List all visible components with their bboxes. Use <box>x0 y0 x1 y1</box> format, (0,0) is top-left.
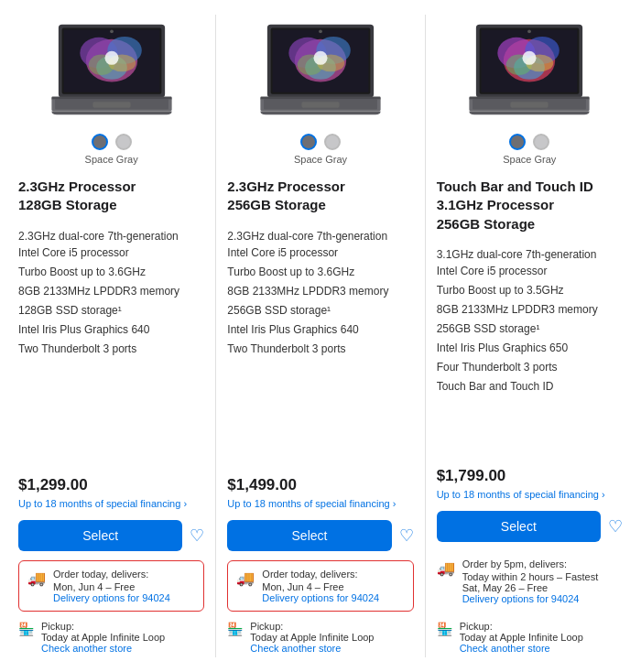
svg-rect-29 <box>260 97 380 100</box>
financing-link[interactable]: Up to 18 months of special financing › <box>227 498 413 509</box>
delivery-link[interactable]: Delivery options for 94024 <box>462 593 599 604</box>
spec-item: Intel Iris Plus Graphics 640 <box>227 321 413 338</box>
delivery-icon: 🚚 <box>236 569 255 603</box>
product-title: Touch Bar and Touch ID3.1GHz Processor25… <box>437 178 623 233</box>
product-title: 2.3GHz Processor128GB Storage <box>18 178 204 215</box>
laptop-image <box>227 15 413 125</box>
pickup-location: Today at Apple Infinite Loop <box>41 632 165 643</box>
delivery-label: Order today, delivers: <box>53 569 170 580</box>
pickup-box: 🏪 Pickup: Today at Apple Infinite Loop C… <box>18 621 204 654</box>
color-space-gray[interactable] <box>92 134 108 150</box>
spec-item: Touch Bar and Touch ID <box>437 378 623 395</box>
select-button[interactable]: Select <box>437 511 601 542</box>
delivery-box: 🚚 Order today, delivers: Mon, Jun 4 – Fr… <box>227 560 413 612</box>
product-title: 2.3GHz Processor256GB Storage <box>227 178 413 215</box>
color-label: Space Gray <box>437 154 623 165</box>
select-row: Select ♡ <box>18 520 204 551</box>
spec-item: Two Thunderbolt 3 ports <box>18 341 204 357</box>
product-col-1: Space Gray 2.3GHz Processor128GB Storage… <box>7 15 216 657</box>
product-comparison: Space Gray 2.3GHz Processor128GB Storage… <box>0 0 641 672</box>
delivery-label: Order by 5pm, delivers: <box>462 558 599 569</box>
pickup-link[interactable]: Check another store <box>41 643 165 654</box>
wishlist-icon[interactable]: ♡ <box>608 516 623 537</box>
delivery-box: 🚚 Order today, delivers: Mon, Jun 4 – Fr… <box>18 560 204 612</box>
pickup-icon: 🏪 <box>18 622 34 654</box>
delivery-text: Order by 5pm, delivers: Today within 2 h… <box>462 558 599 604</box>
pickup-icon: 🏪 <box>227 622 243 654</box>
color-label: Space Gray <box>18 154 204 165</box>
pickup-label: Pickup: <box>41 621 165 632</box>
svg-point-39 <box>523 51 537 65</box>
svg-rect-28 <box>301 102 339 108</box>
specs-list: 2.3GHz dual-core 7th-generationIntel Cor… <box>227 228 413 464</box>
select-row: Select ♡ <box>227 520 413 551</box>
spec-item: Intel Iris Plus Graphics 640 <box>18 321 204 338</box>
laptop-image <box>437 15 623 125</box>
spec-item: Turbo Boost up to 3.5GHz <box>437 282 623 298</box>
color-silver[interactable] <box>533 134 549 150</box>
pickup-box: 🏪 Pickup: Today at Apple Infinite Loop C… <box>227 621 413 654</box>
color-space-gray[interactable] <box>300 134 317 150</box>
delivery-icon: 🚚 <box>27 569 46 603</box>
select-row: Select ♡ <box>437 511 623 542</box>
svg-rect-43 <box>511 102 549 108</box>
pickup-link[interactable]: Check another store <box>250 643 374 654</box>
pickup-location: Today at Apple Infinite Loop <box>460 632 583 643</box>
pickup-label: Pickup: <box>460 621 583 632</box>
svg-point-40 <box>527 29 531 33</box>
pickup-text: Pickup: Today at Apple Infinite Loop Che… <box>41 621 165 654</box>
color-space-gray[interactable] <box>509 134 526 150</box>
delivery-box: 🚚 Order by 5pm, delivers: Today within 2… <box>437 551 623 612</box>
price: $1,499.00 <box>227 476 413 494</box>
price: $1,299.00 <box>18 476 204 494</box>
delivery-link[interactable]: Delivery options for 94024 <box>262 592 379 603</box>
svg-rect-14 <box>51 97 171 100</box>
spec-item: 2.3GHz dual-core 7th-generationIntel Cor… <box>227 228 413 261</box>
delivery-date: Mon, Jun 4 – Free <box>53 581 170 592</box>
delivery-text: Order today, delivers: Mon, Jun 4 – Free… <box>53 569 170 603</box>
product-col-3: Space Gray Touch Bar and Touch ID3.1GHz … <box>426 15 634 657</box>
color-silver[interactable] <box>115 134 132 150</box>
pickup-location: Today at Apple Infinite Loop <box>250 632 374 643</box>
svg-point-25 <box>319 29 322 33</box>
spec-item: 3.1GHz dual-core 7th-generationIntel Cor… <box>437 246 623 279</box>
spec-item: Turbo Boost up to 3.6GHz <box>18 264 204 280</box>
svg-rect-44 <box>470 97 590 100</box>
color-silver[interactable] <box>324 134 341 150</box>
financing-link[interactable]: Up to 18 months of special financing › <box>18 498 204 509</box>
svg-point-24 <box>313 51 327 65</box>
pickup-icon: 🏪 <box>437 622 452 654</box>
select-button[interactable]: Select <box>227 520 391 551</box>
color-label: Space Gray <box>227 154 413 165</box>
specs-list: 3.1GHz dual-core 7th-generationIntel Cor… <box>437 246 623 454</box>
pickup-text: Pickup: Today at Apple Infinite Loop Che… <box>250 621 374 654</box>
spec-item: Two Thunderbolt 3 ports <box>227 341 413 357</box>
delivery-icon: 🚚 <box>437 559 455 604</box>
svg-point-9 <box>104 51 118 65</box>
spec-item: 8GB 2133MHz LPDDR3 memory <box>227 283 413 299</box>
pickup-label: Pickup: <box>250 621 374 632</box>
product-col-2: Space Gray 2.3GHz Processor256GB Storage… <box>216 15 425 657</box>
spec-item: Four Thunderbolt 3 ports <box>437 359 623 375</box>
laptop-image <box>18 15 204 125</box>
financing-link[interactable]: Up to 18 months of special financing › <box>437 489 623 500</box>
color-options <box>18 134 204 150</box>
delivery-label: Order today, delivers: <box>262 569 379 580</box>
color-options <box>227 134 413 150</box>
wishlist-icon[interactable]: ♡ <box>399 526 414 546</box>
spec-item: 256GB SSD storage¹ <box>227 302 413 319</box>
spec-item: 2.3GHz dual-core 7th-generationIntel Cor… <box>18 228 204 261</box>
spec-item: 8GB 2133MHz LPDDR3 memory <box>18 283 204 299</box>
spec-item: 128GB SSD storage¹ <box>18 302 204 319</box>
svg-point-10 <box>110 29 114 33</box>
pickup-text: Pickup: Today at Apple Infinite Loop Che… <box>460 621 583 654</box>
pickup-link[interactable]: Check another store <box>460 643 583 654</box>
delivery-link[interactable]: Delivery options for 94024 <box>53 592 170 603</box>
delivery-date: Mon, Jun 4 – Free <box>262 581 379 592</box>
price: $1,799.00 <box>437 467 623 485</box>
select-button[interactable]: Select <box>18 520 182 551</box>
spec-item: Turbo Boost up to 3.6GHz <box>227 264 413 280</box>
wishlist-icon[interactable]: ♡ <box>190 526 204 546</box>
color-options <box>437 134 623 150</box>
spec-item: Intel Iris Plus Graphics 650 <box>437 340 623 356</box>
